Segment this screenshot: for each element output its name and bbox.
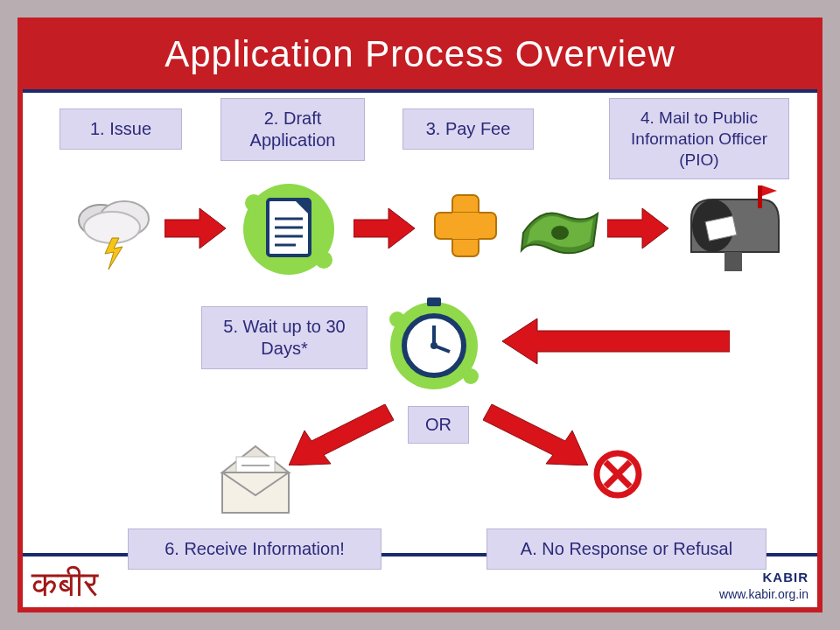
svg-point-27 xyxy=(463,368,479,384)
svg-marker-19 xyxy=(607,208,668,248)
slide: Application Process Overview 1. Issue 2.… xyxy=(23,23,817,607)
plus-fee-icon xyxy=(422,182,518,278)
footer-org-block: KABIR www.kabir.org.in xyxy=(719,569,808,602)
document-icon xyxy=(236,177,341,282)
step-6-label: 6. Receive Information! xyxy=(128,528,382,570)
footer-logo-text: कबीर xyxy=(32,567,98,602)
step-5-label: 5. Wait up to 30 Days* xyxy=(201,306,368,369)
svg-marker-34 xyxy=(289,404,394,466)
svg-point-7 xyxy=(315,251,332,269)
svg-marker-35 xyxy=(483,404,588,466)
open-envelope-icon xyxy=(212,441,299,520)
footer-org-name: KABIR xyxy=(719,569,808,586)
svg-point-18 xyxy=(551,226,569,240)
svg-marker-14 xyxy=(354,208,415,248)
storm-cloud-icon xyxy=(70,186,158,273)
diagram-area: 1. Issue 2. Draft Application 3. Pay Fee… xyxy=(23,93,817,553)
refusal-icon xyxy=(592,448,644,500)
arrow-right-1-icon xyxy=(164,206,226,250)
or-label: OR xyxy=(408,406,469,444)
page-title: Application Process Overview xyxy=(23,23,817,89)
svg-rect-22 xyxy=(758,186,762,208)
svg-point-26 xyxy=(389,312,405,327)
svg-rect-24 xyxy=(724,252,742,271)
svg-point-6 xyxy=(245,194,262,212)
svg-rect-17 xyxy=(452,213,479,239)
step-3-label: 3. Pay Fee xyxy=(402,108,534,150)
arrow-right-3-icon xyxy=(607,206,668,250)
arrow-down-right-icon xyxy=(483,404,588,466)
mailbox-icon xyxy=(674,184,788,280)
stopwatch-icon xyxy=(382,289,486,394)
step-4-label: 4. Mail to Public Information Officer (P… xyxy=(609,98,789,179)
svg-marker-23 xyxy=(762,186,777,196)
svg-marker-4 xyxy=(164,208,226,248)
svg-marker-33 xyxy=(502,318,730,364)
step-2-label: 2. Draft Application xyxy=(220,98,365,161)
footer-url: www.kabir.org.in xyxy=(719,586,808,602)
arrow-down-left-icon xyxy=(289,404,394,466)
money-icon xyxy=(514,198,602,268)
arrow-left-long-icon xyxy=(502,317,730,366)
arrow-right-2-icon xyxy=(354,206,415,250)
svg-point-32 xyxy=(430,342,438,349)
step-A-label: A. No Response or Refusal xyxy=(486,528,766,570)
svg-rect-28 xyxy=(427,298,441,306)
step-1-label: 1. Issue xyxy=(60,108,182,150)
slide-frame: Application Process Overview 1. Issue 2.… xyxy=(18,18,822,612)
